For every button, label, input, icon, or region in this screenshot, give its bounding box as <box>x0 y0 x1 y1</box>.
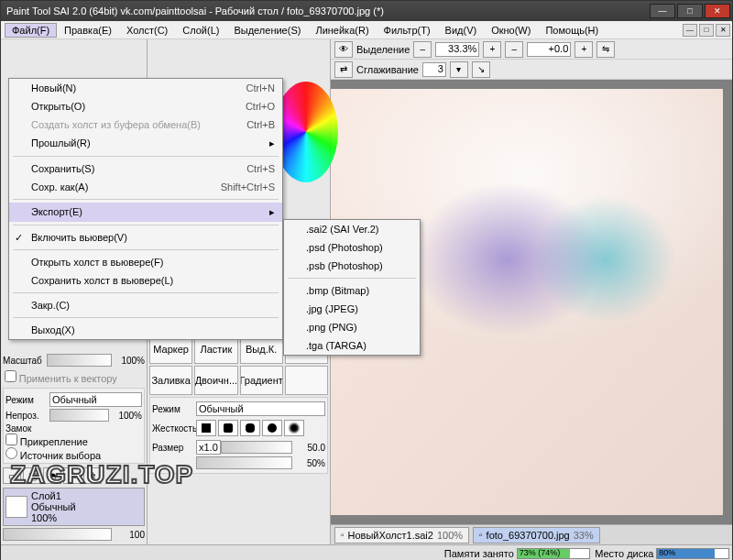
tool-gradient[interactable]: Градиент <box>240 366 283 395</box>
brush-mode-label: Режим <box>152 404 196 414</box>
disk-progress: 80% <box>656 548 729 559</box>
tab-2[interactable]: ▫ foto_69370700.jpg 33% <box>473 527 600 544</box>
menu-edit[interactable]: Правка(E) <box>57 23 119 38</box>
menu-ruler[interactable]: Линейка(R) <box>308 23 376 38</box>
export-jpg[interactable]: .jpg (JPEG) <box>284 300 420 318</box>
flip-h-icon[interactable]: ⇋ <box>596 41 615 58</box>
menu-export[interactable]: Экспорт(E)▸ <box>9 203 282 222</box>
menu-exit[interactable]: Выход(X) <box>9 321 282 339</box>
bottom-value: 100 <box>112 530 145 540</box>
apply-vector-checkbox[interactable] <box>5 370 16 382</box>
hardness-shapes[interactable] <box>196 420 304 436</box>
layer-thumbnail <box>5 496 27 518</box>
menu-save-as[interactable]: Сохр. как(A)Shift+Ctrl+S <box>9 178 282 196</box>
size-value: 50.0 <box>292 443 325 453</box>
smoothing-dropdown-icon[interactable]: ▾ <box>450 61 468 78</box>
selection-label: Выделение <box>356 44 410 55</box>
layer-opacity: 100% <box>31 512 76 523</box>
menu-file[interactable]: Файл(F) <box>5 23 57 38</box>
maximize-button[interactable]: □ <box>677 4 703 18</box>
size-mult[interactable]: x1.0 <box>196 440 221 455</box>
memory-label: Памяти занято <box>444 548 514 559</box>
hardness-label: Жесткость <box>152 423 196 434</box>
menu-save-in-viewer[interactable]: Сохранить холст в вьювере(L) <box>9 271 282 290</box>
rotate-right-icon[interactable]: + <box>574 41 593 58</box>
menu-close-file[interactable]: Закр.(C) <box>9 296 282 314</box>
mdi-minimize-button[interactable]: — <box>683 24 697 37</box>
apply-vector-label: Применить к вектору <box>19 373 117 384</box>
menubar: Файл(F) Правка(E) Холст(C) Слой(L) Выдел… <box>1 21 732 39</box>
menu-create-from-clipboard: Создать холст из буфера обмена(B)Ctrl+B <box>9 115 282 134</box>
menu-layer[interactable]: Слой(L) <box>175 23 226 38</box>
clipping-checkbox[interactable] <box>5 434 17 445</box>
opacity-label: Непроз. <box>5 411 49 421</box>
menu-open[interactable]: Открыть(O)Ctrl+O <box>9 97 282 115</box>
export-bmp[interactable]: .bmp (Bitmap) <box>284 281 420 300</box>
file-menu-dropdown: Новый(N)Ctrl+N Открыть(O)Ctrl+O Создать … <box>8 78 283 340</box>
opacity-slider[interactable] <box>49 409 109 422</box>
export-sai2[interactable]: .sai2 (SAI Ver.2) <box>284 220 420 238</box>
mdi-close-button[interactable]: ✕ <box>716 24 730 37</box>
export-tga[interactable]: .tga (TARGA) <box>284 336 420 355</box>
scale-value: 100% <box>112 356 145 366</box>
tool-binary[interactable]: Двоичн... <box>194 366 237 395</box>
menu-selection[interactable]: Выделение(S) <box>226 23 308 38</box>
export-png[interactable]: .png (PNG) <box>284 318 420 336</box>
menu-help[interactable]: Помощь(H) <box>538 23 606 38</box>
menu-enable-viewer[interactable]: ✓Включить вьювер(V) <box>9 228 282 247</box>
layer-row[interactable]: Слой1 Обычный 100% <box>3 488 145 526</box>
titlebar: Paint Tool SAI 2.0 (64bit) vk.com/paintt… <box>1 1 732 21</box>
smoothing-field[interactable]: 3 <box>422 62 446 77</box>
size-label: Размер <box>152 443 196 453</box>
brush-mode-select[interactable]: Обычный <box>196 401 325 416</box>
lock-label: Замок <box>5 423 142 434</box>
menu-save[interactable]: Сохранить(S)Ctrl+S <box>9 159 282 178</box>
zoom-out-icon[interactable]: – <box>413 41 432 58</box>
document-tabs: ▫ НовыйХолст1.sai2 100% ▫ foto_69370700.… <box>331 524 732 544</box>
blend-mode-label: Режим <box>5 395 49 405</box>
layer-mode: Обычный <box>31 501 76 512</box>
menu-open-in-viewer[interactable]: Открыть холст в вьювере(F) <box>9 253 282 271</box>
zoom-in-icon[interactable]: + <box>483 41 501 58</box>
blend-mode-select[interactable]: Обычный <box>49 392 142 407</box>
tool-bucket[interactable]: Заливка <box>149 366 192 395</box>
close-button[interactable]: ✕ <box>705 4 730 18</box>
eye-icon[interactable]: 👁 <box>334 41 353 58</box>
memory-progress: 73% (74%) <box>517 548 590 559</box>
disk-label: Место диска <box>595 548 653 559</box>
menu-window[interactable]: Окно(W) <box>484 23 538 38</box>
export-psd[interactable]: .psd (Photoshop) <box>284 238 420 257</box>
angle-field[interactable]: +0.0 <box>527 42 571 57</box>
menu-new[interactable]: Новый(N)Ctrl+N <box>9 79 282 97</box>
density-slider[interactable] <box>196 456 292 469</box>
bottom-slider[interactable] <box>3 528 112 541</box>
tab-1[interactable]: ▫ НовыйХолст1.sai2 100% <box>334 527 469 544</box>
clipping-label: Прикрепление <box>20 436 88 447</box>
source-radio[interactable] <box>5 447 17 459</box>
menu-recent[interactable]: Прошлый(R)▸ <box>9 134 282 153</box>
minimize-button[interactable]: — <box>650 4 675 18</box>
size-slider[interactable] <box>221 441 292 454</box>
statusbar: Памяти занято 73% (74%) Место диска 80% <box>1 544 732 560</box>
menu-filter[interactable]: Фильтр(T) <box>377 23 438 38</box>
mdi-maximize-button[interactable]: □ <box>699 24 714 37</box>
smoothing-label: Сглаживание <box>356 64 419 75</box>
scale-label: Масштаб <box>3 356 47 366</box>
window-title: Paint Tool SAI 2.0 (64bit) vk.com/paintt… <box>6 5 650 16</box>
stabilizer-toggle-icon[interactable]: ↘ <box>472 61 490 78</box>
watermark: ZAGRUZI.TOP <box>10 460 193 489</box>
tool-empty[interactable] <box>285 366 328 395</box>
layer-name: Слой1 <box>31 490 76 501</box>
export-submenu: .sai2 (SAI Ver.2) .psd (Photoshop) .psb … <box>283 219 421 356</box>
rotate-left-icon[interactable]: – <box>505 41 523 58</box>
menu-canvas[interactable]: Холст(C) <box>119 23 175 38</box>
zoom-field[interactable]: 33.3% <box>435 42 479 57</box>
scale-slider[interactable] <box>47 354 112 367</box>
color-wheel[interactable] <box>274 82 338 182</box>
density-value: 50% <box>292 458 325 468</box>
opacity-value: 100% <box>109 411 142 421</box>
menu-view[interactable]: Вид(V) <box>438 23 485 38</box>
stabilizer-icon[interactable]: ⇄ <box>334 61 353 78</box>
export-psb[interactable]: .psb (Photoshop) <box>284 257 420 275</box>
